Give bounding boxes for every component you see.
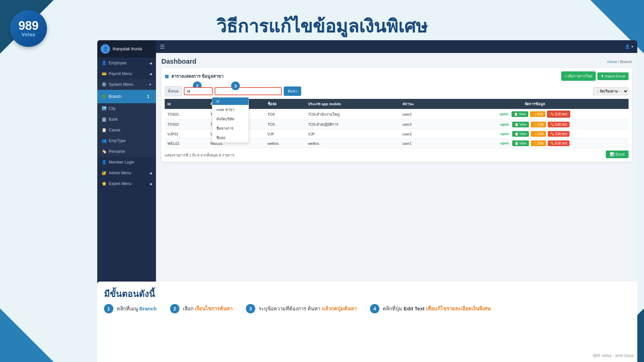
- search-bar: 2 3 ทั้งหมด id code สาขา สังกัดบริษัท ชื…: [165, 86, 629, 96]
- dropdown-item-company[interactable]: สังกัดบริษัท: [212, 114, 249, 124]
- sidebar-item-cause[interactable]: 📋 Cause: [97, 125, 156, 135]
- system-icon: ⚙️: [101, 82, 107, 87]
- add-button[interactable]: + เพิ่มรายการใหม่: [561, 71, 596, 81]
- emptype-icon: 👥: [101, 138, 107, 143]
- page-title: วิธีการแก้ไขข้อมูลเงินพิเศษ: [0, 12, 644, 41]
- cell-abbr: TOS: [265, 109, 306, 120]
- edit-button-1[interactable]: ✏️ Edit: [530, 111, 545, 117]
- cause-icon: 📋: [101, 128, 107, 132]
- step-num-3: 3: [246, 304, 255, 313]
- edittext-button-2[interactable]: ✏️ Edit text: [548, 122, 570, 127]
- table-icon: ▦: [165, 74, 169, 79]
- edittext-button-1[interactable]: ✏️ Edit text: [547, 111, 570, 118]
- sidebar-item-member[interactable]: 👤 Member Login: [97, 157, 156, 168]
- topbar-user[interactable]: 👤 ▾: [625, 44, 633, 49]
- sidebar-item-emptype[interactable]: 👥 EmpType: [97, 135, 156, 146]
- col-apptype: สถานะ: [400, 99, 441, 109]
- sidebar-item-system[interactable]: ⚙️ System Menu ▼: [97, 79, 156, 90]
- status-open-4: open: [500, 141, 509, 145]
- search-select[interactable]: id code สาขา สังกัดบริษัท ชื่อทางการ ชื่…: [184, 87, 213, 95]
- cell-id: TOS01: [165, 109, 208, 120]
- table-action-buttons: + เพิ่มรายการใหม่ ⬆ Import Excel: [559, 71, 629, 81]
- dropdown-item-abbr[interactable]: ชื่อย่อ: [212, 133, 249, 142]
- col-id: id: [165, 99, 208, 109]
- instruction-step-1: 1 คลิกที่เมนู Branch: [104, 304, 157, 313]
- cell-apptype: user2: [400, 109, 441, 120]
- breadcrumb-branch: Branch: [620, 60, 632, 64]
- sidebar-item-bank[interactable]: 🏦 Bank: [97, 114, 156, 125]
- logo-name: Velaa: [22, 32, 36, 37]
- sidebar-item-pername[interactable]: 🏷️ Pername: [97, 146, 156, 157]
- cell-name: TOS-สำนักงานใหญ่: [305, 109, 399, 120]
- dropdown-item-formal[interactable]: ชื่อทางการ: [212, 124, 249, 133]
- step-text-1: คลิกที่เมนู Branch: [117, 305, 157, 313]
- step1-highlight: Branch: [139, 306, 157, 311]
- sort-select[interactable]: - จัดเรียงตาม -: [593, 87, 629, 95]
- sidebar-item-expert[interactable]: ⭐ Expert Menu ◀: [97, 178, 156, 189]
- view-button-2[interactable]: 📋 View: [512, 122, 529, 127]
- sidebar-label-emptype: EmpType: [109, 138, 126, 143]
- step-num-2: 2: [170, 304, 179, 313]
- step-3-badge: 3: [231, 81, 240, 90]
- step-text-3: ระบุข้อความที่ต้องการ ค้นหา แล้วกดปุ่มค้…: [259, 305, 357, 313]
- employee-icon: 👤: [101, 61, 107, 65]
- dashboard-header: Dashboard Home / Branch: [161, 58, 632, 65]
- edittext-button-4[interactable]: ✏️ Edit text: [548, 140, 570, 146]
- payroll-arrow-icon: ◀: [149, 72, 152, 76]
- sidebar-label-payroll: Payroll Menu: [109, 71, 132, 76]
- edit-button-4[interactable]: ✏️ Edit: [531, 140, 546, 146]
- instruction-step-3: 3 ระบุข้อความที่ต้องการ ค้นหา แล้วกดปุ่ม…: [246, 304, 357, 313]
- branch-icon: 🌿: [101, 94, 107, 99]
- topbar-user-arrow: ▾: [631, 44, 633, 49]
- admin-icon: 🔐: [101, 171, 107, 175]
- status-open-3: open: [500, 132, 509, 136]
- footer-credit: 989 velaa : web base: [593, 353, 634, 358]
- excel-button[interactable]: 📊 Excel: [606, 150, 629, 158]
- expert-arrow-icon: ◀: [149, 182, 152, 186]
- import-excel-button[interactable]: ⬆ Import Excel: [597, 72, 629, 80]
- sidebar-item-city[interactable]: 🏙️ City: [97, 103, 156, 114]
- expert-icon: ⭐: [101, 181, 107, 186]
- sidebar-label-admin: Admin Menu: [109, 171, 131, 175]
- status-open-2: open: [500, 122, 509, 126]
- view-button-4[interactable]: 📋 View: [512, 140, 529, 146]
- dropdown-item-id[interactable]: id: [212, 98, 249, 105]
- sidebar-label-bank: Bank: [109, 117, 118, 122]
- system-arrow-icon: ▼: [149, 83, 152, 86]
- hamburger-icon[interactable]: ☰: [160, 44, 165, 50]
- branch-step-badge: 1: [145, 93, 152, 100]
- logo-number: 989: [18, 20, 39, 32]
- step4-edittext: Edit Text: [404, 306, 425, 311]
- col-actions: จัดการข้อมูล: [441, 99, 629, 109]
- sidebar-username: thanyalak thunla: [113, 47, 142, 51]
- topbar-user-icon: 👤: [625, 44, 630, 49]
- dropdown-item-code[interactable]: code สาขา: [212, 105, 249, 114]
- instruction-step-2: 2 เลือก เงื่อนไขการค้นหา: [170, 304, 232, 313]
- search-input[interactable]: [215, 87, 282, 95]
- breadcrumb-home[interactable]: Home: [607, 60, 617, 64]
- app-topbar: ☰ 👤 ▾: [156, 40, 637, 53]
- view-button-3[interactable]: 📋 View: [512, 131, 529, 137]
- sidebar-item-admin[interactable]: 🔐 Admin Menu ◀: [97, 168, 156, 178]
- sidebar-item-payroll[interactable]: 💳 Payroll Menu ◀: [97, 68, 156, 79]
- instruction-step-4: 4 คลิกที่ปุ่ม Edit Text เพื่อแก้ไขรายละเ…: [370, 304, 491, 313]
- step-num-4: 4: [370, 304, 379, 313]
- sidebar-label-member: Member Login: [109, 160, 135, 165]
- sidebar-label-branch: Branch: [109, 94, 121, 99]
- sidebar-user: 👤 thanyalak thunla: [97, 40, 156, 58]
- sidebar-item-employee[interactable]: 👤 Employee ◀: [97, 58, 156, 68]
- edittext-button-3[interactable]: ✏️ Edit text: [548, 131, 570, 137]
- pagination-info: แสดงรายการที่ 1 ถึง 8 จากทั้งหมด 8 รายกา…: [165, 152, 234, 158]
- admin-arrow-icon: ◀: [149, 171, 152, 175]
- search-button[interactable]: ค้นหา: [284, 86, 301, 96]
- city-icon: 🏙️: [101, 106, 107, 111]
- member-icon: 👤: [101, 160, 107, 165]
- edit-button-2[interactable]: ✏️ Edit: [531, 122, 546, 127]
- pername-icon: 🏷️: [101, 149, 107, 154]
- col-abbr: ชื่อย่อ: [265, 99, 306, 109]
- edit-button-3[interactable]: ✏️ Edit: [531, 131, 546, 137]
- instructions-section: มีขั้นตอนดังนี้ 1 คลิกที่เมนู Branch 2 เ…: [97, 282, 637, 362]
- sidebar-item-branch[interactable]: 🌿 Branch 1: [97, 90, 156, 103]
- view-button-1[interactable]: 📋 View: [512, 111, 528, 117]
- step-text-4: คลิกที่ปุ่ม Edit Text เพื่อแก้ไขรายละเอี…: [383, 305, 491, 313]
